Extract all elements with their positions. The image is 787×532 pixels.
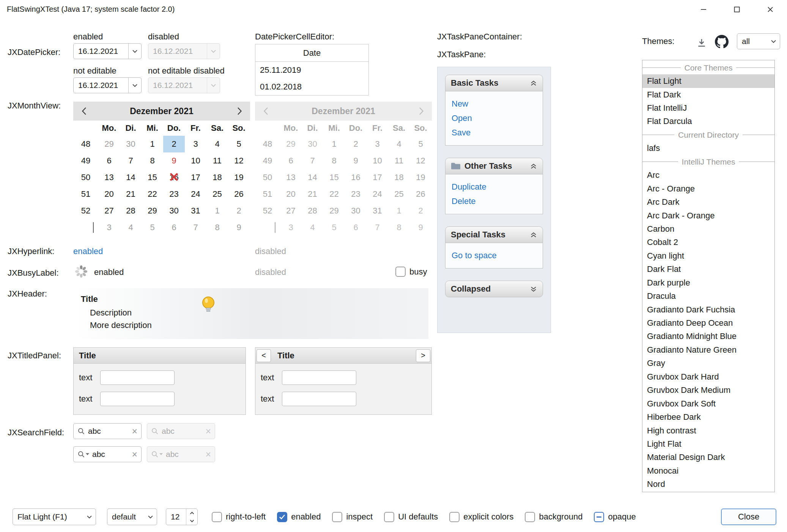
day-cell[interactable]: 29 [142, 202, 163, 219]
task-link[interactable]: Open [452, 111, 537, 126]
day-cell[interactable]: 29 [98, 136, 120, 152]
table-row[interactable]: 25.11.2019 [255, 62, 368, 78]
expand-icon[interactable] [530, 286, 537, 292]
search-menu-icon[interactable] [77, 450, 89, 458]
font-family-combo[interactable]: default [107, 508, 157, 525]
task-link[interactable]: Save [452, 126, 537, 140]
day-cell[interactable]: 22 [142, 186, 163, 202]
taskpane-header[interactable]: Collapsed [445, 281, 543, 297]
spinner-down-icon[interactable] [186, 517, 197, 525]
table-row[interactable]: 01.02.2018 [255, 78, 368, 95]
theme-item[interactable]: Dracula [642, 289, 774, 303]
theme-item[interactable]: Monocai [642, 464, 774, 477]
day-cell[interactable]: 3 [98, 219, 120, 236]
theme-item[interactable]: Light Flat [642, 437, 774, 450]
theme-item[interactable]: Flat Light [642, 74, 774, 88]
titled-panel-left-button[interactable]: < [257, 349, 271, 362]
chevron-down-icon[interactable] [128, 78, 141, 93]
collapse-icon[interactable] [530, 232, 537, 238]
day-cell[interactable]: 9 [163, 152, 185, 169]
theme-item[interactable]: Gray [642, 357, 774, 370]
day-cell[interactable]: 11 [206, 152, 228, 169]
theme-item[interactable]: Material Design Dark [642, 451, 774, 464]
theme-item[interactable]: Carbon [642, 222, 774, 235]
task-link[interactable]: Delete [452, 194, 537, 209]
theme-item[interactable]: Nord [642, 478, 774, 491]
task-link[interactable]: Duplicate [452, 180, 537, 194]
day-cell[interactable]: 4 [120, 219, 142, 236]
day-cell[interactable]: 12 [228, 152, 250, 169]
search-field-enabled[interactable]: abc × [73, 423, 142, 439]
task-link[interactable]: Go to space [452, 248, 537, 263]
day-cell[interactable]: 18 [206, 169, 228, 186]
day-cell[interactable]: 8 [142, 152, 163, 169]
checkbox-right-to-left[interactable]: right-to-left [212, 512, 266, 522]
day-cell[interactable]: 24 [185, 186, 206, 202]
theme-item[interactable]: Arc Dark [642, 195, 774, 209]
checkbox-explicit-colors[interactable]: explicit colors [449, 512, 513, 522]
day-cell[interactable]: 6 [163, 219, 185, 236]
day-cell[interactable]: 26 [228, 186, 250, 202]
theme-item[interactable]: Arc [642, 169, 774, 182]
day-cell[interactable]: 5 [142, 219, 163, 236]
day-cell[interactable]: 7 [120, 152, 142, 169]
datepicker-enabled[interactable]: 16.12.2021 [73, 43, 142, 59]
theme-item[interactable]: Gruvbox Dark Hard [642, 370, 774, 383]
font-size-spinner[interactable]: 12 [166, 508, 198, 525]
text-field[interactable] [282, 392, 356, 406]
checkbox-busy[interactable]: busy [395, 267, 427, 277]
taskpane-header[interactable]: Basic Tasks [445, 75, 543, 91]
theme-item[interactable]: Gradianto Deep Ocean [642, 316, 774, 330]
search-field-with-menu-enabled[interactable]: abc × [73, 446, 142, 462]
day-cell[interactable]: 5 [228, 136, 250, 152]
text-field[interactable] [100, 392, 175, 406]
checkbox-ui-defaults[interactable]: UI defaults [384, 512, 438, 522]
day-cell[interactable]: 4 [206, 136, 228, 152]
theme-item[interactable]: Gradianto Nature Green [642, 343, 774, 356]
day-cell[interactable]: 14 [120, 169, 142, 186]
task-link[interactable]: New [452, 97, 537, 111]
day-cell[interactable]: 19 [228, 169, 250, 186]
day-cell[interactable]: 31 [185, 202, 206, 219]
collapse-icon[interactable] [530, 163, 537, 169]
close-button[interactable]: Close [721, 508, 776, 525]
day-cell[interactable]: 10 [185, 152, 206, 169]
day-cell[interactable]: 8 [206, 219, 228, 236]
collapse-icon[interactable] [530, 80, 537, 86]
chevron-down-icon[interactable] [128, 44, 141, 59]
hyperlink-enabled[interactable]: enabled [73, 246, 103, 256]
titled-panel-right-button[interactable]: > [416, 349, 430, 362]
theme-item[interactable]: Dark purple [642, 276, 774, 289]
checkbox-opaque[interactable]: opaque [594, 512, 636, 522]
theme-item[interactable]: Arc - Orange [642, 182, 774, 195]
theme-item[interactable]: High contrast [642, 424, 774, 437]
checkbox-background[interactable]: background [525, 512, 582, 522]
day-cell[interactable]: 28 [120, 202, 142, 219]
day-cell[interactable]: 1 [142, 136, 163, 152]
day-cell[interactable]: 2 [228, 202, 250, 219]
checkbox-inspect[interactable]: inspect [332, 512, 373, 522]
theme-item[interactable]: Cyan light [642, 249, 774, 262]
day-cell[interactable]: 27 [98, 202, 120, 219]
previous-month-button[interactable] [75, 102, 93, 121]
datepicker-not-editable[interactable]: 16.12.2021 [73, 77, 142, 93]
day-cell[interactable]: 2 [163, 136, 185, 152]
day-cell[interactable]: 13 [98, 169, 120, 186]
theme-item[interactable]: Flat IntelliJ [642, 101, 774, 115]
day-cell[interactable]: 30 [120, 136, 142, 152]
day-cell[interactable]: 23 [163, 186, 185, 202]
theme-item[interactable]: Dark Flat [642, 263, 774, 276]
day-cell[interactable]: 15 [142, 169, 163, 186]
theme-item[interactable]: Cobalt 2 [642, 236, 774, 249]
day-cell[interactable]: 30 [163, 202, 185, 219]
theme-item[interactable]: Gradianto Dark Fuchsia [642, 303, 774, 316]
theme-item[interactable]: Gruvbox Dark Medium [642, 384, 774, 397]
table-column-header[interactable]: Date [255, 44, 368, 62]
spinner-up-icon[interactable] [186, 509, 197, 517]
day-cell[interactable]: 9 [228, 219, 250, 236]
day-cell[interactable]: 6 [98, 152, 120, 169]
maximize-button[interactable] [720, 0, 754, 19]
text-field[interactable] [100, 370, 175, 385]
theme-item[interactable]: Flat Darcula [642, 115, 774, 128]
day-cell[interactable]: 25 [206, 186, 228, 202]
